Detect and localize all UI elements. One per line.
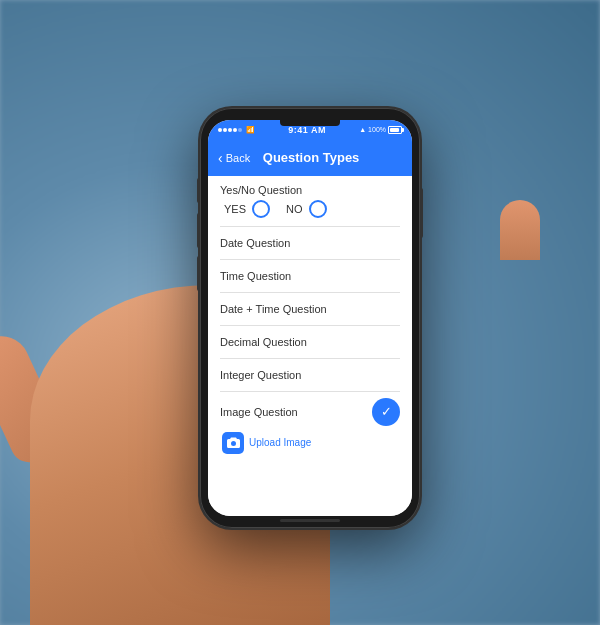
- volume-down-button: [197, 256, 200, 291]
- time-question-row[interactable]: Time Question: [208, 260, 412, 292]
- yes-option[interactable]: YES: [224, 200, 270, 218]
- status-time: 9:41 AM: [288, 125, 326, 135]
- power-button: [420, 188, 423, 238]
- status-left: 📶: [218, 126, 255, 134]
- hand-scene: 📶 9:41 AM ▲ 100% ‹ Back Question Types: [0, 0, 600, 625]
- battery-icon: [388, 126, 402, 134]
- camera-icon: [227, 437, 240, 448]
- check-icon: ✓: [381, 405, 392, 418]
- no-option[interactable]: NO: [286, 200, 327, 218]
- content-area: Yes/No Question YES NO: [208, 176, 412, 516]
- yes-no-section: Yes/No Question YES NO: [208, 176, 412, 226]
- no-label: NO: [286, 203, 303, 215]
- home-indicator: [280, 519, 340, 522]
- camera-icon-box: [222, 432, 244, 454]
- location-icon: ▲: [359, 126, 366, 133]
- yes-no-label: Yes/No Question: [220, 184, 400, 196]
- integer-question-label: Integer Question: [220, 369, 301, 381]
- date-time-question-label: Date + Time Question: [220, 303, 327, 315]
- wifi-icon: 📶: [246, 126, 255, 134]
- date-question-row[interactable]: Date Question: [208, 227, 412, 259]
- decimal-question-label: Decimal Question: [220, 336, 307, 348]
- date-question-label: Date Question: [220, 237, 290, 249]
- upload-image-row[interactable]: Upload Image: [222, 432, 400, 454]
- yes-no-row: YES NO: [220, 200, 400, 222]
- no-radio[interactable]: [309, 200, 327, 218]
- image-question-label: Image Question: [220, 406, 298, 418]
- phone: 📶 9:41 AM ▲ 100% ‹ Back Question Types: [200, 108, 420, 528]
- navigation-bar: ‹ Back Question Types: [208, 140, 412, 176]
- upload-image-text: Upload Image: [249, 437, 311, 448]
- image-question-header: Image Question ✓: [220, 398, 400, 426]
- nav-title: Question Types: [250, 150, 372, 165]
- time-question-label: Time Question: [220, 270, 291, 282]
- battery-fill: [390, 128, 399, 132]
- back-arrow-icon: ‹: [218, 151, 223, 165]
- date-time-question-row[interactable]: Date + Time Question: [208, 293, 412, 325]
- battery-percent: 100%: [368, 126, 386, 133]
- back-label: Back: [226, 152, 250, 164]
- back-button[interactable]: ‹ Back: [218, 151, 250, 165]
- image-question-section[interactable]: Image Question ✓ Upload Image: [208, 392, 412, 460]
- volume-up-button: [197, 213, 200, 248]
- yes-label: YES: [224, 203, 246, 215]
- carrier-dots: [218, 128, 242, 132]
- mute-button: [197, 178, 200, 203]
- notch: [280, 120, 340, 126]
- yes-radio[interactable]: [252, 200, 270, 218]
- decimal-question-row[interactable]: Decimal Question: [208, 326, 412, 358]
- status-right: ▲ 100%: [359, 126, 402, 134]
- screen: 📶 9:41 AM ▲ 100% ‹ Back Question Types: [208, 120, 412, 516]
- selected-checkmark: ✓: [372, 398, 400, 426]
- integer-question-row[interactable]: Integer Question: [208, 359, 412, 391]
